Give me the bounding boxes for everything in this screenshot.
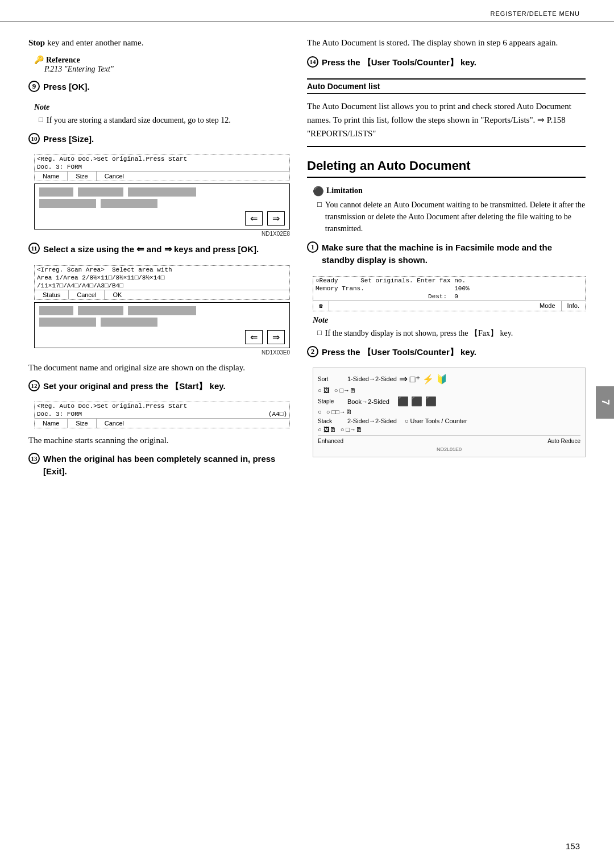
right-intro-text: The Auto Document is stored. The display…	[307, 36, 586, 49]
screen-3-container: <Reg. Auto Doc.>Set original.Press Start…	[34, 402, 290, 428]
fax-row2: Memory Trans. 100%	[313, 285, 585, 293]
tools-img-footer: ND2L01E0	[318, 446, 580, 452]
right-note-text: If the standby display is not shown, pre…	[325, 327, 513, 339]
step-9-num: 9	[28, 81, 40, 92]
limitation-label: Limitation	[326, 186, 363, 195]
key-icon: 🔑	[34, 55, 44, 65]
tools-auto-reduce-label: Auto Reduce	[547, 438, 580, 444]
img-label-1: ND1X02E8	[34, 231, 290, 237]
nav-bar-2	[78, 187, 123, 197]
arrow-row-2: ⇐ ⇒	[39, 330, 285, 344]
screen-btn-name[interactable]: Name	[35, 172, 68, 181]
screen-btn-ok[interactable]: OK	[105, 290, 130, 299]
note-9: Note □ If you are storing a standard siz…	[34, 103, 290, 126]
limitation-icon: ⚫	[313, 186, 324, 197]
limitation-checkbox: □	[317, 200, 322, 209]
right-note-title: Note	[313, 316, 586, 325]
step-14-num: 14	[307, 56, 318, 68]
right-step-1-num: 1	[307, 241, 318, 253]
left-column: Stop key and enter another name. 🔑 Refer…	[28, 22, 290, 487]
sort-label: Sort	[318, 376, 344, 382]
screen-1-row1: <Reg. Auto Doc.>Set original.Press Start	[35, 155, 289, 163]
left-arrow-icon: ⇐	[136, 244, 146, 254]
img-label-2: ND1X03E0	[34, 349, 290, 356]
right-step-1: 1 Make sure that the machine is in Facsi…	[307, 241, 586, 269]
nav-bar-1	[39, 187, 73, 197]
fax-screen-container: ○Ready Set originals. Enter fax no. Memo…	[313, 276, 586, 311]
step-9-label: Press [OK].	[43, 81, 290, 94]
limitation-block: ⚫ Limitation □ You cannot delete an Auto…	[313, 186, 586, 235]
screen-1-container: <Reg. Auto Doc.>Set original.Press Start…	[34, 155, 290, 237]
screen-3-row1: <Reg. Auto Doc.>Set original.Press Start	[35, 402, 289, 410]
screen-2: <Irreg. Scan Area> Select area with Area…	[34, 265, 290, 300]
screen-btn-size[interactable]: Size	[68, 172, 96, 181]
tools-enhanced-label: Enhanced	[318, 438, 343, 444]
right-arrow-btn[interactable]: ⇒	[267, 211, 285, 226]
screen-btn-cancel2[interactable]: Cancel	[69, 290, 105, 299]
page-header: REGISTER/DELETE MENU	[0, 0, 614, 22]
screen-3-row2-container: Doc. 3: FORM (A4□)	[35, 410, 289, 418]
fax-btn-phone: ☎	[313, 301, 329, 311]
screen-1: <Reg. Auto Doc.>Set original.Press Start…	[34, 155, 290, 181]
screen-3-row2: Doc. 3: FORM	[37, 411, 82, 418]
left-arrow-btn[interactable]: ⇐	[245, 211, 263, 226]
step-14: 14 Press the 【User Tools/Counter】 key.	[307, 56, 586, 72]
right-note-checkbox: □	[317, 328, 322, 337]
header-title: REGISTER/DELETE MENU	[490, 10, 580, 17]
step-12: 12 Set your original and press the 【Star…	[28, 380, 290, 395]
screen-btn-cancel3[interactable]: Cancel	[97, 419, 132, 428]
fax-screen: ○Ready Set originals. Enter fax no. Memo…	[313, 276, 586, 311]
fax-btn-mode[interactable]: Mode	[329, 301, 562, 311]
intro-text: Stop key and enter another name.	[28, 36, 290, 49]
arrow-row: ⇐ ⇒	[39, 211, 285, 226]
nav-bar-9	[39, 318, 96, 327]
nav-row-1	[39, 187, 285, 197]
tools-img-container: Sort 1-Sided→2-Sided ⇒ □⁺ ⚡ 🔰 ○ 🖼 ○ □→🖹	[313, 368, 586, 457]
staple-label: Staple	[318, 398, 344, 404]
screen-btn-status[interactable]: Status	[35, 290, 69, 299]
step-12-note: The machine starts scanning the original…	[28, 434, 290, 447]
limitation-text: You cannot delete an Auto Document waiti…	[325, 199, 586, 235]
nav-arrows-2: ⇐ ⇒	[34, 302, 290, 348]
tools-row-2: Staple Book→2-Sided ⬛ ⬛ ⬛	[318, 396, 580, 407]
step-13: 13 When the original has been completely…	[28, 453, 290, 481]
step-10-label: Press [Size].	[43, 133, 290, 146]
step-12-num: 12	[28, 380, 40, 391]
right-arrow-icon: ⇒	[164, 244, 174, 254]
sidebar-tab: 7	[596, 386, 614, 419]
intro-text-rest: key and enter another name.	[47, 38, 144, 47]
reference-label: Reference	[46, 56, 80, 65]
tools-circles-row-3: ○ 🖼🖹 ○ □→🖹	[318, 426, 580, 433]
left-arrow-btn-2[interactable]: ⇐	[245, 330, 263, 344]
nav-bar-7	[78, 306, 123, 315]
step-12-label: Set your original and press the 【Start】 …	[43, 380, 290, 393]
tools-row-1: Sort 1-Sided→2-Sided ⇒ □⁺ ⚡ 🔰	[318, 373, 580, 385]
screen-3: <Reg. Auto Doc.>Set original.Press Start…	[34, 402, 290, 428]
screen-1-buttons: Name Size Cancel	[35, 171, 289, 181]
page-number: 153	[566, 841, 580, 851]
screen-2-container: <Irreg. Scan Area> Select area with Area…	[34, 265, 290, 356]
screen-btn-name2[interactable]: Name	[35, 419, 68, 428]
divider-1	[307, 78, 586, 80]
reference-text: P.213 "Entering Text"	[44, 65, 290, 74]
screen-btn-cancel[interactable]: Cancel	[97, 172, 132, 181]
reference-block: 🔑 Reference P.213 "Entering Text"	[34, 55, 290, 74]
stop-key-label: Stop	[28, 38, 45, 47]
right-arrow-btn-2[interactable]: ⇒	[267, 330, 285, 344]
fax-screen-buttons: ☎ Mode Info.	[313, 301, 585, 311]
sidebar-tab-label: 7	[599, 399, 611, 405]
screen-btn-size2[interactable]: Size	[68, 419, 96, 428]
section-heading-deleting: Deleting an Auto Document	[307, 158, 586, 178]
right-note-block: Note □ If the standby display is not sho…	[313, 316, 586, 339]
step-9: 9 Press [OK].	[28, 81, 290, 96]
fax-btn-info[interactable]: Info.	[562, 301, 585, 311]
tools-circles-row-2: ○ ○ □□→🖹	[318, 408, 580, 415]
right-step-2-label: Press the 【User Tools/Counter】 key.	[322, 346, 586, 359]
right-step-1-label: Make sure that the machine is in Facsimi…	[322, 241, 586, 267]
screen-2-row2: Area 1/Area 2/8½×11□/8½×11□/8½×14□	[35, 274, 289, 282]
step-11-note: The document name and original size are …	[28, 361, 290, 374]
step-11: 11 Select a size using the ⇐ and ⇒ keys …	[28, 243, 290, 258]
tools-footer-row: Enhanced Auto Reduce	[318, 435, 580, 444]
sort-val: 1-Sided→2-Sided ⇒ □⁺ ⚡ 🔰	[347, 373, 447, 385]
nav-row-2	[39, 199, 285, 208]
